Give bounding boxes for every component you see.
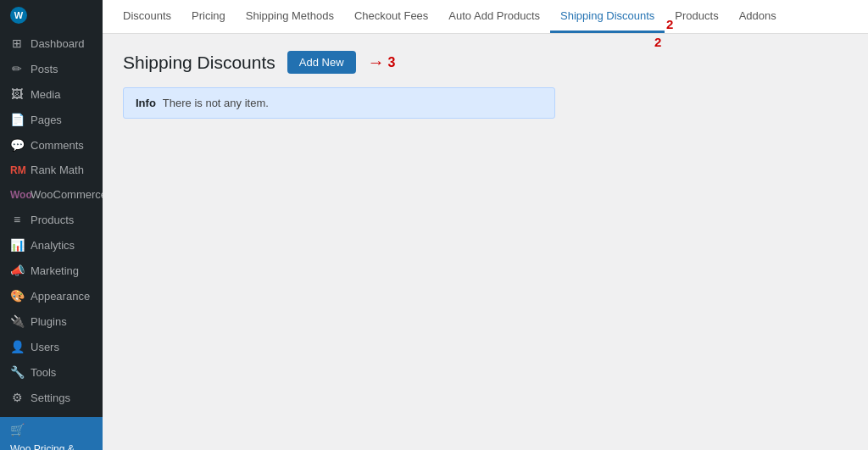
sidebar-item-label: Rank Math xyxy=(31,164,84,176)
top-navigation: Discounts Pricing Shipping Methods Check… xyxy=(103,0,868,34)
pages-icon: 📄 xyxy=(10,113,24,126)
analytics-icon: 📊 xyxy=(10,238,24,252)
media-icon: 🖼 xyxy=(10,87,24,101)
woocommerce-icon: Woo xyxy=(10,189,24,201)
sidebar-item-rank-math[interactable]: RM Rank Math xyxy=(0,158,103,182)
sidebar-item-products[interactable]: ≡ Products xyxy=(0,207,103,232)
sidebar-item-woocommerce[interactable]: Woo WooCommerce xyxy=(0,182,103,207)
sidebar-logo: W xyxy=(0,0,103,31)
sidebar-item-settings[interactable]: ⚙ Settings xyxy=(0,385,103,410)
annotation-3: 3 xyxy=(388,55,396,70)
arrow-annotation-3: → 3 xyxy=(368,53,396,72)
tab-pricing[interactable]: Pricing xyxy=(181,0,236,33)
sidebar-item-label: Settings xyxy=(31,392,70,404)
sidebar-item-label: Tools xyxy=(31,366,56,379)
comments-icon: 💬 xyxy=(10,138,24,152)
sidebar-item-label: Users xyxy=(31,341,59,353)
sidebar-item-posts[interactable]: ✏ Posts xyxy=(0,56,103,81)
sidebar-item-woo-pricing[interactable]: 🛒 Woo Pricing & Discounts xyxy=(0,417,103,450)
page-title: Shipping Discounts xyxy=(123,53,275,73)
tab-auto-add-products[interactable]: Auto Add Products xyxy=(438,0,550,33)
sidebar-item-label: Products xyxy=(31,214,74,226)
add-new-button[interactable]: Add New xyxy=(287,51,356,74)
sidebar-item-plugins[interactable]: 🔌 Plugins xyxy=(0,308,103,334)
sidebar-item-users[interactable]: 👤 Users xyxy=(0,334,103,359)
sidebar-item-label: Marketing xyxy=(31,264,79,277)
arrow-right-icon: → xyxy=(368,53,385,72)
tab-discounts[interactable]: Discounts xyxy=(113,0,181,33)
appearance-icon: 🎨 xyxy=(10,289,24,303)
sidebar-item-label: Woo Pricing & Discounts xyxy=(10,443,92,450)
sidebar-item-label: Analytics xyxy=(31,239,75,252)
info-text: There is not any item. xyxy=(163,97,269,109)
main-content: Discounts Pricing Shipping Methods Check… xyxy=(103,0,868,450)
tab-addons[interactable]: Addons xyxy=(729,0,787,33)
rank-math-icon: RM xyxy=(10,164,24,176)
tab-products[interactable]: Products xyxy=(665,0,728,33)
tab-shipping-discounts[interactable]: Shipping Discounts 2 xyxy=(550,0,665,33)
sidebar-item-analytics[interactable]: 📊 Analytics xyxy=(0,232,103,258)
settings-icon: ⚙ xyxy=(10,391,24,404)
info-label: Info xyxy=(136,97,156,109)
annotation-2: 2 xyxy=(654,35,661,49)
sidebar-item-marketing[interactable]: 📣 Marketing xyxy=(0,258,103,283)
sidebar-item-dashboard[interactable]: ⊞ Dashboard xyxy=(0,31,103,56)
dashboard-icon: ⊞ xyxy=(10,36,24,50)
sidebar-item-label: Pages xyxy=(31,114,62,126)
sidebar-item-label: Posts xyxy=(31,63,58,75)
sidebar-item-label: Plugins xyxy=(31,315,67,328)
wp-icon: W xyxy=(10,7,27,24)
sidebar-item-label: Media xyxy=(31,88,60,101)
woo-pricing-icon: 🛒 xyxy=(10,423,24,436)
sidebar: W ⊞ Dashboard ✏ Posts 🖼 Media 📄 Pages 💬 … xyxy=(0,0,103,450)
sidebar-item-appearance[interactable]: 🎨 Appearance xyxy=(0,283,103,308)
sidebar-item-label: Appearance xyxy=(31,290,90,303)
tab-shipping-methods[interactable]: Shipping Methods xyxy=(236,0,344,33)
products-icon: ≡ xyxy=(10,213,24,226)
users-icon: 👤 xyxy=(10,340,24,353)
sidebar-item-label: Dashboard xyxy=(31,37,85,50)
marketing-icon: 📣 xyxy=(10,264,24,277)
page-header: Shipping Discounts Add New → 3 xyxy=(123,51,848,74)
sidebar-item-pages[interactable]: 📄 Pages xyxy=(0,107,103,132)
sidebar-item-media[interactable]: 🖼 Media xyxy=(0,81,103,107)
sidebar-item-comments[interactable]: 💬 Comments xyxy=(0,132,103,158)
sidebar-item-label: WooCommerce xyxy=(31,188,103,201)
sidebar-item-tools[interactable]: 🔧 Tools xyxy=(0,359,103,385)
page-content: Shipping Discounts Add New → 3 Info Ther… xyxy=(103,34,868,450)
tab-checkout-fees[interactable]: Checkout Fees xyxy=(344,0,438,33)
tools-icon: 🔧 xyxy=(10,365,24,379)
plugins-icon: 🔌 xyxy=(10,314,24,328)
info-box: Info There is not any item. xyxy=(123,87,555,119)
posts-icon: ✏ xyxy=(10,62,24,75)
sidebar-item-label: Comments xyxy=(31,139,84,152)
